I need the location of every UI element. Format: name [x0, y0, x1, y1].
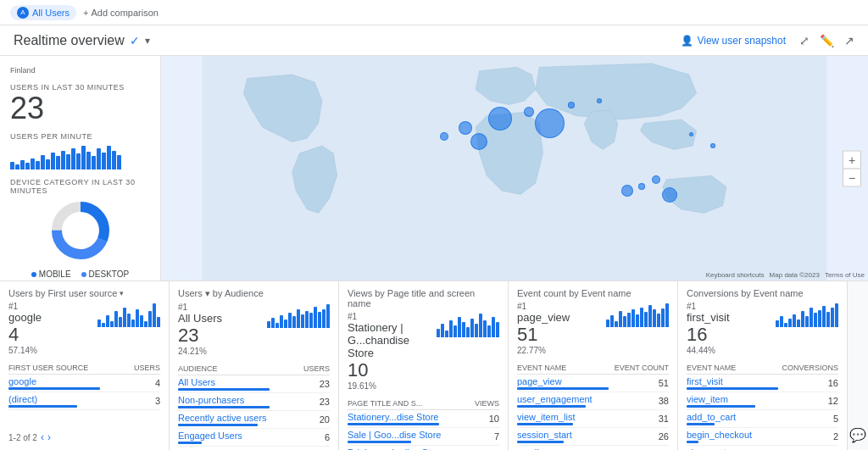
map-data-label: Map data ©2023 [770, 271, 820, 279]
panel-title: Views by Page title and screen name [348, 288, 499, 308]
row-name[interactable]: Recently active users [178, 413, 288, 423]
sparkline-bar [466, 327, 470, 337]
panel-top-name: first_visit [687, 311, 730, 324]
sparkline-bar [106, 315, 109, 327]
title-area: Realtime overview ✓ ▾ [14, 33, 150, 48]
row-name[interactable]: view_item_list [517, 412, 627, 422]
panel-header-row: #1 All Users 23 24.21% [178, 303, 330, 356]
panel-title-text: Users by First user source [8, 288, 117, 298]
bar [15, 164, 19, 169]
row-name[interactable]: user_engagement [517, 394, 627, 404]
sparkline-bar [114, 311, 118, 327]
sparkline-bar [144, 321, 147, 327]
per-minute-label: USERS PER MINUTE [10, 132, 150, 141]
row-name[interactable]: Engaged Users [178, 431, 288, 441]
sparkline-bar [487, 325, 491, 337]
col2-header: CONVERSIONS [782, 364, 838, 372]
sparkline-bar [301, 314, 304, 328]
bar [112, 151, 116, 169]
title-dropdown-icon[interactable]: ▾ [145, 35, 150, 47]
all-users-pill[interactable]: A All Users [10, 5, 76, 20]
bar [25, 163, 30, 169]
sparkline-bar [483, 320, 487, 337]
sparkline-bar [665, 303, 669, 327]
users-per-minute-chart [10, 144, 150, 169]
pagination: 1-2 of 2 ‹ › [8, 428, 160, 443]
bottom-panels: Users by First user source ▾ #1 google 4… [0, 281, 868, 450]
finland-label: Finland [10, 66, 150, 75]
panel-rank: #1 [517, 302, 570, 311]
row-name[interactable]: begin_checkout [687, 430, 797, 440]
sparkline-bar [615, 321, 618, 327]
bar [107, 146, 111, 169]
row-name[interactable]: Stationery...dise Store [348, 412, 458, 422]
table-row: Sale | Goo...dise Store 7 [348, 428, 499, 446]
sparkline-bar [776, 320, 779, 327]
panel-top-value: 51 [517, 324, 570, 346]
bar [117, 155, 121, 169]
sparkline-bar [297, 309, 300, 328]
bar [86, 152, 91, 169]
sparkline-bar [318, 312, 321, 328]
expand-icon[interactable]: ⤢ [799, 34, 810, 47]
row-bar [517, 405, 586, 408]
prev-page-button[interactable]: ‹ [41, 431, 44, 443]
data-panel-page_title: Views by Page title and screen name #1 S… [339, 281, 509, 450]
row-name[interactable]: Sale | Goo...dise Store [348, 430, 458, 440]
row-value: 23 [309, 397, 330, 407]
row-bar [8, 387, 100, 390]
zoom-out-button[interactable]: − [843, 168, 861, 186]
sparkline-bar [644, 312, 648, 327]
table-row: Stationery...dise Store 10 [348, 410, 499, 428]
panel-title: Users ▾ by Audience [178, 288, 330, 299]
keyboard-shortcuts-link[interactable]: Keyboard shortcuts [706, 271, 765, 279]
sparkline-bar [632, 309, 635, 327]
view-snapshot-button[interactable]: 👤 View user snapshot [681, 35, 786, 47]
next-page-button[interactable]: › [47, 431, 51, 443]
zoom-in-button[interactable]: + [843, 150, 861, 169]
panel-top-name: page_view [517, 311, 570, 324]
terms-link[interactable]: Terms of Use [825, 271, 865, 279]
row-name[interactable]: view_item [687, 394, 797, 404]
desktop-dot [81, 272, 86, 277]
panel-top-info: #1 google 4 57.14% [8, 302, 42, 355]
dropdown-icon[interactable]: ▾ [120, 289, 124, 297]
sparkline-bar [97, 319, 101, 327]
data-panel-conversions: Conversions by Event name #1 first_visit… [678, 281, 848, 450]
chat-icon[interactable]: 💬 [849, 427, 866, 443]
row-name[interactable]: page_view [517, 376, 627, 386]
row-name[interactable]: first_visit [687, 376, 797, 386]
sparkline-bar [305, 311, 309, 328]
col1-header: EVENT NAME [517, 364, 566, 372]
add-comparison-button[interactable]: + Add comparison [83, 8, 159, 18]
sparkline-bar [788, 319, 792, 327]
table-row: Add to Cart 5 [178, 447, 330, 450]
sparkline-bar [284, 319, 287, 328]
share-icon[interactable]: ↗ [844, 34, 854, 47]
mobile-dot [31, 272, 36, 277]
donut-chart [47, 197, 114, 264]
row-value: 20 [309, 414, 330, 425]
add-comparison-label: Add comparison [91, 8, 159, 18]
table-body: All Users 23 Non-purchasers 23 Recently … [178, 375, 330, 450]
sparkline-bar [309, 313, 313, 328]
row-name[interactable]: (direct) [8, 394, 119, 404]
panel-top-pct: 57.14% [8, 346, 42, 355]
table-row: Non-purchasers 23 [178, 393, 330, 411]
user-avatar: A [17, 7, 29, 19]
edit-icon[interactable]: ✏️ [820, 34, 834, 47]
panel-header-row: #1 Stationery | G...chandise Store 10 19… [348, 312, 499, 391]
row-name[interactable]: Non-purchasers [178, 395, 288, 405]
row-name[interactable]: All Users [178, 377, 288, 387]
row-name[interactable]: session_start [517, 430, 627, 440]
row-name[interactable]: add_to_cart [687, 412, 797, 422]
plus-icon: + [83, 8, 88, 18]
row-name[interactable]: google [8, 376, 119, 386]
table-row: Drinkware l...dise Store 5 [348, 446, 499, 450]
row-bar [8, 405, 77, 408]
bar [31, 158, 35, 169]
row-bar [348, 441, 411, 443]
sparkline-bar [441, 324, 444, 337]
table-row: add_to_cart 5 [687, 410, 838, 428]
map-area: + − Keyboard shortcuts Map data ©2023 Te… [161, 56, 868, 281]
